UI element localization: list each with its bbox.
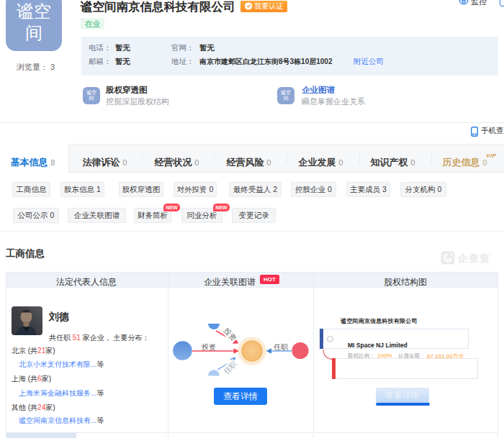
svg-text:任职: 任职 bbox=[274, 343, 289, 351]
svg-text:投资: 投资 bbox=[202, 343, 216, 351]
